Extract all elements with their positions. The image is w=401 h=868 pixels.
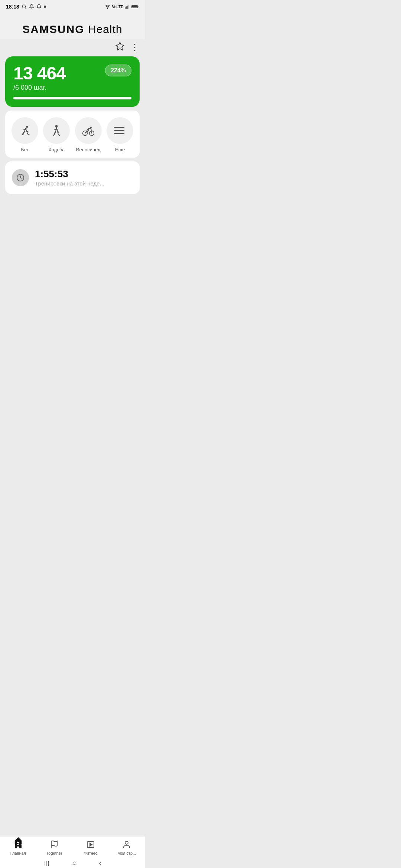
- run-icon-circle: [12, 117, 38, 144]
- status-left: 18:18: [6, 4, 46, 10]
- status-time: 18:18: [6, 4, 19, 10]
- workout-subtitle: Тренировки на этой неде...: [35, 180, 133, 187]
- steps-goal: /6 000 шаг.: [13, 84, 66, 92]
- svg-marker-10: [116, 42, 124, 50]
- svg-rect-4: [126, 6, 127, 9]
- bike-label: Велосипед: [76, 147, 101, 152]
- activity-more[interactable]: Еще: [107, 117, 133, 152]
- health-label: Health: [85, 23, 123, 35]
- workout-info: 1:55:53 Тренировки на этой неде...: [35, 169, 133, 187]
- app-header: SAMSUNG Health: [0, 12, 145, 39]
- workout-card[interactable]: 1:55:53 Тренировки на этой неде...: [5, 161, 140, 194]
- svg-point-0: [22, 5, 25, 8]
- lte-icon: VoLTE: [112, 5, 123, 9]
- more-icon-circle: [107, 117, 133, 144]
- svg-point-11: [26, 126, 28, 128]
- battery-icon: [131, 4, 139, 9]
- favorite-button[interactable]: [115, 42, 125, 53]
- steps-progress-fill: [13, 97, 131, 99]
- activity-icons: Бег Ходьба: [9, 117, 136, 152]
- steps-info: 13 464 /6 000 шаг.: [13, 65, 66, 92]
- steps-count: 13 464: [13, 65, 66, 82]
- activity-run[interactable]: Бег: [12, 117, 38, 152]
- app-title: SAMSUNG Health: [7, 23, 137, 36]
- toolbar: ⋮: [0, 39, 145, 56]
- walk-icon-circle: [43, 117, 70, 144]
- svg-point-2: [107, 8, 108, 9]
- walk-label: Ходьба: [48, 147, 65, 152]
- more-label: Еще: [115, 147, 125, 152]
- svg-point-12: [55, 125, 58, 128]
- workout-time: 1:55:53: [35, 169, 133, 180]
- activity-walk[interactable]: Ходьба: [43, 117, 70, 152]
- more-button[interactable]: ⋮: [130, 43, 139, 52]
- activity-card: Бег Ходьба: [5, 111, 140, 158]
- svg-rect-9: [132, 6, 137, 8]
- svg-rect-8: [137, 6, 138, 7]
- search-icon: [22, 4, 27, 9]
- status-right: VoLTE: [105, 4, 139, 9]
- workout-icon-circle: [12, 169, 29, 186]
- steps-badge: 224%: [105, 65, 131, 76]
- status-bar: 18:18 VoLTE: [0, 0, 145, 12]
- steps-top: 13 464 /6 000 шаг. 224%: [13, 65, 131, 92]
- svg-rect-3: [125, 7, 125, 9]
- steps-card[interactable]: 13 464 /6 000 шаг. 224%: [5, 56, 140, 107]
- run-label: Бег: [21, 147, 29, 152]
- steps-progress-bar: [13, 97, 131, 99]
- activity-bike[interactable]: Велосипед: [75, 117, 102, 152]
- bell-icon: [29, 4, 34, 9]
- status-dot: [44, 6, 46, 8]
- svg-point-15: [90, 126, 92, 128]
- bell2-icon: [36, 4, 42, 9]
- svg-line-1: [25, 8, 26, 9]
- wifi-icon: [105, 4, 111, 9]
- svg-rect-5: [127, 6, 128, 9]
- samsung-label: SAMSUNG: [22, 23, 84, 35]
- bike-icon-circle: [75, 117, 102, 144]
- signal-icon: [125, 4, 130, 9]
- svg-rect-6: [128, 5, 128, 9]
